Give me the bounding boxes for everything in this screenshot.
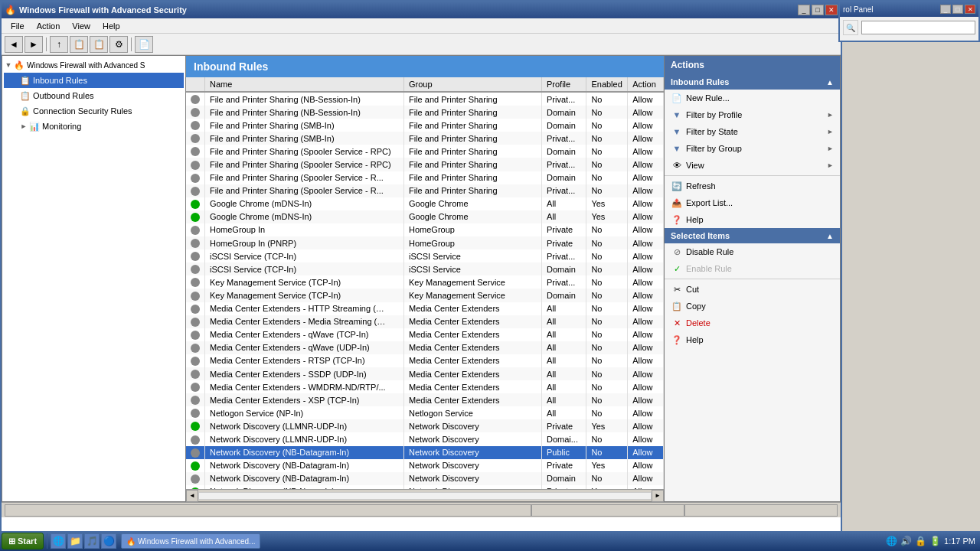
toolbar-up[interactable]: ↑ xyxy=(50,36,68,53)
table-row[interactable]: iSCSI Service (TCP-In) iSCSI Service Pri… xyxy=(186,249,664,262)
table-row[interactable]: Media Center Extenders - XSP (TCP-In) Me… xyxy=(186,393,664,406)
scroll-left[interactable]: ◄ xyxy=(186,490,198,502)
inbound-rules-section-header[interactable]: Inbound Rules ▲ xyxy=(665,74,840,90)
col-action[interactable]: Action xyxy=(628,77,664,92)
table-row[interactable]: File and Printer Sharing (Spooler Servic… xyxy=(186,158,664,171)
scroll-right[interactable]: ► xyxy=(652,490,664,502)
filter-group-arrow: ► xyxy=(827,145,834,152)
table-row[interactable]: HomeGroup In HomeGroup Private No Allow xyxy=(186,223,664,236)
menu-action[interactable]: Action xyxy=(31,20,67,32)
table-row[interactable]: iSCSI Service (TCP-In) iSCSI Service Dom… xyxy=(186,262,664,276)
table-row[interactable]: File and Printer Sharing (NB-Session-In)… xyxy=(186,92,664,106)
table-row[interactable]: Google Chrome (mDNS-In) Google Chrome Al… xyxy=(186,210,664,223)
quicklaunch-ie[interactable]: 🌐 xyxy=(51,533,66,549)
tree-item-connection[interactable]: 🔒 Connection Security Rules xyxy=(4,103,184,119)
search-input[interactable] xyxy=(861,21,975,34)
quicklaunch-chrome[interactable]: 🔵 xyxy=(101,533,116,549)
col-enabled[interactable]: Enabled xyxy=(586,77,628,92)
selected-items-section-header[interactable]: Selected Items ▲ xyxy=(665,228,840,243)
table-row[interactable]: Media Center Extenders - HTTP Streaming … xyxy=(186,302,664,315)
menu-view[interactable]: View xyxy=(66,20,96,32)
toolbar-btn2[interactable]: 📋 xyxy=(70,36,88,53)
col-profile[interactable]: Profile xyxy=(542,77,586,92)
disable-rule-item[interactable]: ⊘ Disable Rule xyxy=(665,243,840,260)
table-row[interactable]: Media Center Extenders - qWave (TCP-In) … xyxy=(186,328,664,341)
second-window-close[interactable]: ✕ xyxy=(965,5,975,14)
filter-profile-item[interactable]: ▼ Filter by Profile ► xyxy=(665,106,840,123)
filter-group-item[interactable]: ▼ Filter by Group ► xyxy=(665,140,840,157)
toolbar-btn4[interactable]: ⚙ xyxy=(109,36,128,53)
taskbar-firewall-task[interactable]: 🔥 Windows Firewall with Advanced... xyxy=(121,533,260,549)
table-row[interactable]: Netlogon Service (NP-In) Netlogon Servic… xyxy=(186,406,664,419)
row-status-icon xyxy=(191,174,200,183)
tray-volume-icon[interactable]: 🔊 xyxy=(900,536,912,546)
table-row[interactable]: Network Discovery (NB-Datagram-In) Netwo… xyxy=(186,472,664,485)
tree-item-monitoring[interactable]: ► 📊 Monitoring xyxy=(4,119,184,134)
table-row[interactable]: Media Center Extenders - qWave (UDP-In) … xyxy=(186,341,664,354)
toolbar-btn5[interactable]: 📄 xyxy=(135,36,153,53)
table-row[interactable]: Media Center Extenders - Media Streaming… xyxy=(186,315,664,328)
table-row[interactable]: Key Management Service (TCP-In) Key Mana… xyxy=(186,276,664,289)
second-window-max[interactable]: □ xyxy=(952,5,963,14)
row-name-cell: Google Chrome (mDNS-In) xyxy=(205,210,404,223)
table-row[interactable]: Network Discovery (NB-Datagram-In) Netwo… xyxy=(186,459,664,472)
table-row[interactable]: HomeGroup In (PNRP) HomeGroup Private No… xyxy=(186,236,664,249)
disable-rule-icon: ⊘ xyxy=(671,246,683,258)
tray-power-icon[interactable]: 🔋 xyxy=(929,536,941,546)
table-row[interactable]: File and Printer Sharing (Spooler Servic… xyxy=(186,145,664,158)
menu-file[interactable]: File xyxy=(5,20,31,32)
view-item[interactable]: 👁 View ► xyxy=(665,157,840,174)
maximize-button[interactable]: □ xyxy=(812,5,824,15)
table-row[interactable]: File and Printer Sharing (SMB-In) File a… xyxy=(186,119,664,132)
tree-outbound-icon: 📋 xyxy=(19,90,31,102)
table-row[interactable]: File and Printer Sharing (SMB-In) File a… xyxy=(186,132,664,145)
row-action-cell: Allow xyxy=(628,302,664,315)
row-group-cell: Network Discovery xyxy=(404,419,542,432)
rules-table-container[interactable]: Name Group Profile Enabled Action File a… xyxy=(186,77,664,489)
help-inbound-item[interactable]: ❓ Help xyxy=(665,211,840,228)
tree-item-root[interactable]: ▼ 🔥 Windows Firewall with Advanced S xyxy=(4,57,184,73)
quicklaunch-media[interactable]: 🎵 xyxy=(84,533,100,549)
help-selected-item[interactable]: ❓ Help xyxy=(665,331,840,348)
table-row[interactable]: Key Management Service (TCP-In) Key Mana… xyxy=(186,289,664,302)
filter-state-item[interactable]: ▼ Filter by State ► xyxy=(665,123,840,140)
table-row[interactable]: File and Printer Sharing (Spooler Servic… xyxy=(186,171,664,184)
col-name[interactable]: Name xyxy=(205,77,404,92)
tray-network-icon[interactable]: 🌐 xyxy=(886,536,897,546)
minimize-button[interactable]: _ xyxy=(798,5,810,15)
start-icon: ⊞ xyxy=(8,536,15,546)
toolbar-back[interactable]: ◄ xyxy=(5,36,23,53)
col-icon[interactable] xyxy=(186,77,205,92)
refresh-item[interactable]: 🔄 Refresh xyxy=(665,178,840,194)
row-action-cell: Allow xyxy=(628,158,664,171)
table-row[interactable]: Media Center Extenders - WMDRM-ND/RTP/..… xyxy=(186,380,664,393)
tree-item-outbound[interactable]: 📋 Outbound Rules xyxy=(4,88,184,103)
toolbar-forward[interactable]: ► xyxy=(24,36,43,53)
cut-item[interactable]: ✂ Cut xyxy=(665,281,840,298)
start-button[interactable]: ⊞ Start xyxy=(2,533,44,549)
tray-security-icon[interactable]: 🔒 xyxy=(915,536,926,546)
table-row[interactable]: Media Center Extenders - SSDP (UDP-In) M… xyxy=(186,367,664,380)
table-row[interactable]: File and Printer Sharing (NB-Session-In)… xyxy=(186,106,664,119)
taskbar-sep xyxy=(47,533,47,549)
new-rule-item[interactable]: 📄 New Rule... xyxy=(665,90,840,106)
table-row[interactable]: Network Discovery (LLMNR-UDP-In) Network… xyxy=(186,419,664,432)
tree-item-inbound[interactable]: 📋 Inbound Rules xyxy=(4,73,184,88)
delete-item[interactable]: ✕ Delete xyxy=(665,315,840,331)
copy-item[interactable]: 📋 Copy xyxy=(665,298,840,315)
close-button[interactable]: ✕ xyxy=(825,5,838,15)
row-group-cell: Media Center Extenders xyxy=(404,380,542,393)
menu-help[interactable]: Help xyxy=(96,20,126,32)
table-row[interactable]: Network Discovery (NB-Datagram-In) Netwo… xyxy=(186,446,664,459)
export-item[interactable]: 📤 Export List... xyxy=(665,194,840,211)
enable-rule-item[interactable]: ✓ Enable Rule xyxy=(665,260,840,277)
table-row[interactable]: Media Center Extenders - RTSP (TCP-In) M… xyxy=(186,354,664,367)
table-row[interactable]: Network Discovery (LLMNR-UDP-In) Network… xyxy=(186,432,664,445)
filter-profile-arrow: ► xyxy=(827,111,834,119)
toolbar-btn3[interactable]: 📋 xyxy=(90,36,108,53)
table-row[interactable]: File and Printer Sharing (Spooler Servic… xyxy=(186,184,664,197)
second-window-min[interactable]: _ xyxy=(940,5,951,14)
col-group[interactable]: Group xyxy=(404,77,542,92)
quicklaunch-folder[interactable]: 📁 xyxy=(67,533,83,549)
table-row[interactable]: Google Chrome (mDNS-In) Google Chrome Al… xyxy=(186,197,664,210)
